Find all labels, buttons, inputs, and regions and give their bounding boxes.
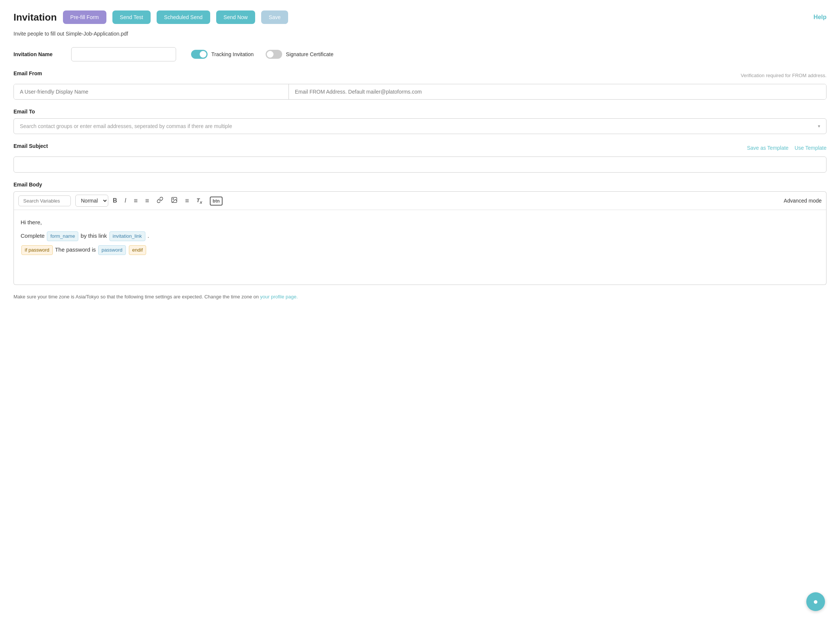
save-template-button[interactable]: Save as Template	[747, 145, 789, 151]
email-to-label: Email To	[14, 109, 826, 114]
editor-body[interactable]: Hi there, Complete form_name by this lin…	[14, 210, 826, 285]
format-select[interactable]: Normal	[75, 195, 108, 207]
search-variables-input[interactable]	[18, 196, 71, 206]
signature-toggle-switch[interactable]	[265, 50, 282, 59]
bold-button[interactable]: B	[110, 196, 120, 206]
clear-format-button[interactable]: Tx	[194, 196, 205, 206]
verification-note: Verification required for FROM address.	[741, 73, 826, 78]
page-header: Invitation Pre-fill Form Send Test Sched…	[14, 11, 826, 24]
link-button[interactable]	[154, 195, 166, 207]
signature-certificate-toggle[interactable]: Signature Certificate	[265, 50, 333, 59]
btn-label: btn	[210, 197, 223, 205]
prefill-form-button[interactable]: Pre-fill Form	[63, 11, 107, 24]
save-button[interactable]: Save	[261, 11, 288, 24]
tracking-invitation-toggle[interactable]: Tracking Invitation	[191, 50, 254, 59]
svg-point-1	[173, 199, 173, 199]
email-to-section: Email To Search contact groups or enter …	[14, 109, 826, 134]
email-from-header: Email From Verification required for FRO…	[14, 70, 826, 80]
body-line-2: Complete form_name by this link invitati…	[20, 231, 820, 241]
page-subtitle: Invite people to fill out Simple-Job-App…	[14, 31, 826, 37]
endif-tag[interactable]: endif	[129, 245, 146, 255]
email-from-inputs	[14, 84, 826, 100]
tracking-toggle-switch[interactable]	[191, 50, 207, 59]
if-password-tag[interactable]: if password	[21, 245, 53, 255]
italic-button[interactable]: I	[122, 196, 129, 206]
align-button[interactable]: ≡	[182, 195, 192, 207]
toggles-row: Tracking Invitation Signature Certificat…	[191, 50, 333, 59]
advanced-mode-button[interactable]: Advanced mode	[784, 198, 822, 203]
image-icon	[171, 197, 177, 203]
unordered-list-button[interactable]: ≡	[142, 195, 152, 207]
email-subject-header: Email Subject Save as Template Use Templ…	[14, 143, 826, 153]
ordered-list-button[interactable]: ≡	[131, 195, 141, 207]
link-icon	[157, 197, 163, 203]
tracking-label: Tracking Invitation	[211, 51, 254, 57]
email-to-placeholder: Search contact groups or enter email add…	[20, 123, 232, 129]
invitation-name-section: Invitation Name Tracking Invitation Sign…	[14, 47, 826, 61]
email-body-section: Email Body Normal B I ≡ ≡ ≡ Tx btn	[14, 182, 826, 285]
display-name-input[interactable]	[14, 84, 289, 99]
email-from-label: Email From	[14, 70, 42, 77]
email-subject-input[interactable]: You are invited to complete {{form_name}…	[14, 156, 826, 172]
header-left: Invitation Pre-fill Form Send Test Sched…	[14, 11, 288, 24]
tracking-slider	[191, 50, 207, 59]
help-button[interactable]: Help	[813, 14, 826, 20]
page-title: Invitation	[14, 12, 57, 23]
send-test-button[interactable]: Send Test	[112, 11, 151, 24]
signature-label: Signature Certificate	[286, 51, 333, 57]
password-var[interactable]: password	[98, 245, 126, 255]
use-template-button[interactable]: Use Template	[794, 145, 826, 151]
email-to-select[interactable]: Search contact groups or enter email add…	[14, 118, 826, 134]
button-tag-button[interactable]: btn	[207, 196, 226, 206]
scheduled-send-button[interactable]: Scheduled Send	[157, 11, 210, 24]
editor-toolbar: Normal B I ≡ ≡ ≡ Tx btn Advanced mode	[14, 191, 826, 210]
chevron-down-icon: ▾	[818, 124, 820, 129]
signature-slider	[265, 50, 282, 59]
image-button[interactable]	[168, 195, 181, 207]
profile-page-link[interactable]: your profile page.	[260, 294, 297, 299]
email-subject-label: Email Subject	[14, 143, 48, 149]
email-from-section: Email From Verification required for FRO…	[14, 70, 826, 100]
invitation-name-input[interactable]	[71, 47, 176, 61]
invitation-name-label: Invitation Name	[14, 51, 62, 57]
send-now-button[interactable]: Send Now	[216, 11, 256, 24]
footer-note: Make sure your time zone is Asia/Tokyo s…	[14, 294, 826, 299]
body-line-3: if password The password is password end…	[20, 245, 820, 255]
email-body-label: Email Body	[14, 182, 826, 188]
invitation-link-var[interactable]: invitation_link	[109, 232, 145, 241]
email-subject-section: Email Subject Save as Template Use Templ…	[14, 143, 826, 172]
template-links: Save as Template Use Template	[747, 145, 826, 151]
form-name-var[interactable]: form_name	[47, 232, 78, 241]
body-line-1: Hi there,	[20, 218, 820, 227]
from-address-input[interactable]	[289, 84, 826, 99]
